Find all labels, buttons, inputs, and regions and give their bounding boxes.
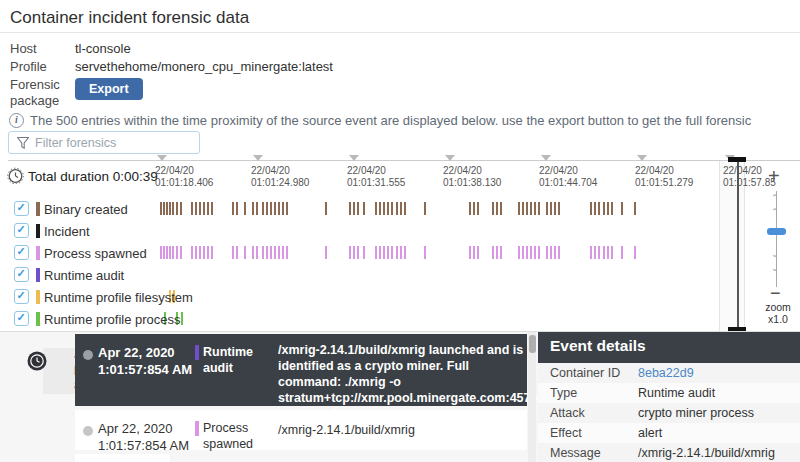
axis-timestamp: 22/04/2001:01:44.704 [539, 165, 597, 189]
event-status-dot-icon [83, 426, 93, 436]
category-swatch [36, 268, 40, 282]
zoom-in-button[interactable]: + [768, 165, 780, 188]
axis-marker-icon [349, 155, 359, 161]
event-tick [169, 202, 171, 215]
event-tick [203, 246, 205, 259]
event-tick [252, 246, 254, 259]
zoom-slider-handle[interactable] [767, 228, 786, 235]
zoom-label-word: zoom [758, 301, 798, 313]
event-tick [534, 246, 536, 259]
zoom-level-value: x1.0 [758, 313, 798, 325]
event-tick [172, 202, 174, 215]
event-tick [621, 202, 623, 215]
events-list-pane: < 1 hour ago Apr 22, 20201:01:57:854 AMR… [0, 332, 538, 462]
event-tick [518, 246, 520, 259]
axis-date: 22/04/20 [539, 165, 597, 177]
zoom-step-down-icon[interactable]: ⌄ [771, 249, 779, 259]
container-forensics-page: Container incident forensic data Host tl… [0, 0, 800, 462]
event-type: Process spawned [195, 420, 280, 452]
event-tick [477, 246, 479, 259]
event-tick [590, 246, 592, 259]
zoom-step-up2-icon[interactable]: ⌃ [771, 207, 779, 217]
axis-timestamp: 22/04/2001:01:51.279 [635, 165, 693, 189]
event-tick [603, 202, 605, 215]
event-list-row[interactable]: Apr 22, 20201:01:57:854 AMProcess spawne… [75, 410, 527, 450]
event-tick [396, 202, 398, 215]
events-scrollbar-thumb[interactable] [529, 335, 536, 353]
events-scrollbar [528, 332, 536, 462]
event-tick [278, 246, 280, 259]
event-time: 1:01:57:854 AM [98, 361, 193, 378]
event-tick [496, 202, 498, 215]
event-tick [375, 202, 377, 215]
event-tick [274, 202, 276, 215]
event-tick [387, 202, 389, 215]
event-tick [211, 202, 213, 215]
checkbox-incident[interactable] [14, 223, 29, 238]
event-tick [363, 246, 365, 259]
event-tick [383, 246, 385, 259]
event-tick [244, 246, 246, 259]
event-tick [236, 202, 238, 215]
event-tick [522, 246, 524, 259]
event-details-header: Event details [538, 332, 800, 363]
event-tick [550, 246, 552, 259]
event-date: Apr 22, 2020 [98, 344, 193, 361]
event-tick [558, 246, 560, 259]
zoom-control: + ⌃ ⌃ ⌄ ⌄ − zoom x1.0 [758, 165, 800, 330]
event-tick [282, 246, 284, 259]
event-tick [244, 202, 246, 215]
event-tick [270, 202, 272, 215]
event-tick [199, 202, 201, 215]
event-tick [166, 246, 168, 259]
time-cursor-handle-top[interactable] [728, 157, 746, 162]
event-tick [473, 202, 475, 215]
event-tick [176, 246, 178, 259]
axis-time: 01:01:18.406 [155, 177, 213, 189]
zoom-step-down2-icon[interactable]: ⌄ [771, 263, 779, 273]
event-tick [379, 202, 381, 215]
event-tick [473, 246, 475, 259]
axis-time: 01:01:24.980 [251, 177, 309, 189]
event-tick [256, 246, 258, 259]
event-tick [325, 202, 327, 215]
event-tick [203, 202, 205, 215]
event-tick [176, 202, 178, 215]
event-tick [611, 246, 613, 259]
event-type: Runtime audit [195, 344, 280, 376]
axis-marker-icon [445, 155, 455, 161]
checkbox-runtime-profile-filesystem[interactable] [14, 289, 29, 304]
event-tick [554, 202, 556, 215]
event-tick [383, 202, 385, 215]
event-tick [530, 246, 532, 259]
event-tick [375, 246, 377, 259]
event-tick [526, 202, 528, 215]
category-swatch [36, 290, 40, 304]
axis-date: 22/04/20 [443, 165, 501, 177]
event-tick [236, 246, 238, 259]
checkbox-process-spawned[interactable] [14, 245, 29, 260]
event-tick [172, 246, 174, 259]
axis-time: 01:01:44.704 [539, 177, 597, 189]
zoom-step-up-icon[interactable]: ⌃ [771, 193, 779, 203]
zoom-level-label: zoom x1.0 [758, 301, 798, 325]
time-cursor-line[interactable] [737, 161, 739, 331]
event-tick [387, 246, 389, 259]
event-details-body: Container ID8eba22d9TypeRuntime auditAtt… [538, 363, 800, 462]
event-tick [286, 246, 288, 259]
detail-label: Attack [550, 406, 638, 421]
checkbox-runtime-audit[interactable] [14, 267, 29, 282]
event-tick [538, 246, 540, 259]
detail-value-link[interactable]: 8eba22d9 [638, 366, 796, 381]
detail-value: alert [638, 426, 796, 441]
event-timestamp: Apr 22, 20201:01:57:854 AM [98, 420, 193, 454]
detail-label: Container ID [550, 366, 638, 381]
event-list-row[interactable]: Apr 22, 20201:01:57:854 AMRuntime audit/… [75, 334, 527, 406]
next-event-row-partial[interactable] [75, 454, 170, 462]
checkbox-binary-created[interactable] [14, 201, 29, 216]
event-tick [191, 246, 193, 259]
checkbox-runtime-profile-process[interactable] [14, 311, 29, 326]
event-tick [180, 202, 182, 215]
event-type-label: Process spawned [203, 420, 280, 452]
event-tick [191, 202, 193, 215]
